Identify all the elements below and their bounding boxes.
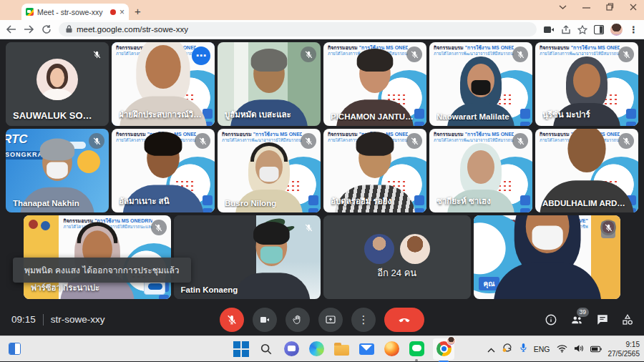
search-button[interactable] bbox=[258, 341, 275, 358]
participant-left-toast: พุมพนิด คงแสง ได้ออกจากการประชุมแล้ว bbox=[13, 258, 191, 283]
reload-button[interactable] bbox=[42, 24, 52, 34]
present-screen-button[interactable] bbox=[318, 308, 343, 332]
chrome-profile-badge bbox=[447, 336, 456, 346]
recording-indicator-dot bbox=[110, 9, 116, 15]
participant-tile[interactable]: กิจกรรมอบรม "การใช้งาน MS ONEDRIVE"ภายใต… bbox=[474, 215, 621, 299]
avatar bbox=[364, 234, 394, 264]
new-tab-button[interactable]: + bbox=[135, 5, 141, 18]
microphone-in-use-icon[interactable] bbox=[519, 343, 527, 356]
line-app-icon[interactable] bbox=[408, 341, 425, 358]
meet-control-bar: 09:15 str-sowe-xxy ⋮ 39 bbox=[0, 303, 644, 336]
onedrive-sync-icon[interactable] bbox=[502, 343, 513, 356]
tab-close-icon[interactable]: × bbox=[119, 8, 125, 16]
participant-tile[interactable]: กิจกรรมอบรม "การใช้งาน MS ONEDRIVE"ภายใต… bbox=[218, 129, 321, 212]
mic-muted-icon bbox=[151, 220, 167, 235]
mic-muted-icon bbox=[512, 133, 528, 149]
window-close-button[interactable] bbox=[630, 4, 637, 11]
language-indicator[interactable]: ENG bbox=[534, 345, 550, 353]
mic-toggle-button[interactable] bbox=[220, 308, 244, 332]
meeting-clock: 09:15 bbox=[11, 314, 36, 325]
leave-call-button[interactable] bbox=[384, 308, 424, 332]
raise-hand-button[interactable] bbox=[286, 308, 310, 332]
participant-name: Fatin Konaeng bbox=[181, 285, 238, 294]
participant-name: นุรีซัน มะปาร์ bbox=[542, 108, 590, 121]
participant-tile[interactable]: กิจกรรมอบรม "การใช้งาน MS ONEDRIVE"ภายใต… bbox=[6, 129, 109, 212]
meeting-details-button[interactable] bbox=[545, 313, 557, 326]
tile-more-options-button[interactable]: ⋯ bbox=[192, 47, 210, 65]
side-panel-icon[interactable] bbox=[594, 25, 604, 34]
tray-chevron-icon[interactable] bbox=[487, 343, 495, 356]
participant-name: PICHAMON JANTUROS bbox=[331, 112, 416, 121]
participant-tile[interactable]: กิจกรรมอบรม "การใช้งาน MS ONEDRIVE"ภายใต… bbox=[6, 42, 109, 126]
camera-in-use-icon[interactable] bbox=[544, 26, 555, 34]
address-bar[interactable]: meet.google.com/str-sowe-xxy bbox=[59, 22, 537, 36]
more-options-button[interactable]: ⋮ bbox=[351, 308, 376, 332]
people-panel-button[interactable]: 39 bbox=[570, 313, 584, 326]
mic-muted-icon bbox=[195, 133, 210, 149]
tab-title: Meet - str-sowe-xxy bbox=[37, 8, 107, 16]
participant-tile[interactable]: กิจกรรมอบรม "การใช้งาน MS ONEDRIVE"ภายใต… bbox=[323, 129, 426, 212]
mic-muted-icon bbox=[406, 47, 422, 62]
more-participants-avatars bbox=[323, 234, 471, 264]
wifi-icon[interactable] bbox=[557, 343, 567, 356]
participant-tile[interactable]: กิจกรรมอบรม "การใช้งาน MS ONEDRIVE"ภายใต… bbox=[535, 129, 638, 212]
meet-video-grid: กิจกรรมอบรม "การใช้งาน MS ONEDRIVE"ภายใต… bbox=[0, 39, 644, 303]
avatar bbox=[400, 234, 430, 264]
tab-search-chevron-icon[interactable] bbox=[559, 4, 567, 10]
firefox-icon[interactable] bbox=[383, 341, 400, 358]
share-icon[interactable] bbox=[561, 25, 571, 34]
start-button[interactable] bbox=[233, 341, 250, 358]
participant-name: ฝ่ายฝึกประสบการณ์วิชาชี... bbox=[119, 108, 205, 121]
profile-avatar[interactable] bbox=[610, 24, 623, 36]
window-minimize-button[interactable] bbox=[582, 4, 590, 10]
participant-name: ABDULHALIM ARDAE bbox=[542, 199, 628, 207]
profile-photo-avatar bbox=[36, 59, 78, 100]
mic-muted-icon bbox=[301, 47, 316, 62]
mail-app-icon[interactable] bbox=[358, 341, 375, 358]
participant-tile[interactable]: กิจกรรมอบรม "การใช้งาน MS ONEDRIVE"ภายใต… bbox=[429, 129, 532, 212]
participant-name: อีก 24 คน bbox=[377, 265, 416, 280]
participant-tile[interactable]: กิจกรรมอบรม "การใช้งาน MS ONEDRIVE"ภายใต… bbox=[535, 42, 638, 126]
participant-tile[interactable]: กิจกรรมอบรม "การใช้งาน MS ONEDRIVE"ภายใต… bbox=[323, 42, 426, 126]
participant-tile[interactable]: กิจกรรมอบรม "การใช้งาน MS ONEDRIVE"ภายใต… bbox=[323, 215, 471, 299]
participant-name: Thanapat Nakhin bbox=[13, 199, 79, 207]
edge-browser-icon[interactable] bbox=[308, 341, 325, 358]
mic-muted-icon bbox=[301, 133, 316, 149]
forward-button[interactable] bbox=[24, 25, 34, 34]
participants-grid-row: กิจกรรมอบรม "การใช้งาน MS ONEDRIVE"ภายใต… bbox=[0, 129, 644, 212]
volume-icon[interactable] bbox=[574, 343, 584, 356]
browser-toolbar: meet.google.com/str-sowe-xxy ⋮ bbox=[0, 20, 644, 39]
participant-tile[interactable]: กิจกรรมอบรม "การใช้งาน MS ONEDRIVE"ภายใต… bbox=[218, 42, 321, 126]
mic-muted-icon bbox=[406, 133, 422, 149]
participant-count-badge: 39 bbox=[577, 308, 589, 317]
browser-tab[interactable]: Meet - str-sowe-xxy × bbox=[21, 4, 129, 20]
lock-icon bbox=[66, 23, 72, 36]
browser-menu-button[interactable]: ⋮ bbox=[629, 24, 638, 35]
back-button[interactable] bbox=[6, 25, 16, 34]
participant-tile[interactable]: กิจกรรมอบรม "การใช้งาน MS ONEDRIVE"ภายใต… bbox=[112, 42, 215, 126]
participant-tile[interactable]: กิจกรรมอบรม "การใช้งาน MS ONEDRIVE"ภายใต… bbox=[112, 129, 215, 212]
browser-tab-strip: Meet - str-sowe-xxy × + bbox=[0, 0, 644, 20]
participant-name: บูฮัมหมัด เบสะและ bbox=[225, 108, 291, 121]
chat-panel-button[interactable] bbox=[596, 313, 609, 326]
battery-icon[interactable] bbox=[590, 343, 602, 356]
participant-tile[interactable]: กิจกรรมอบรม "การใช้งาน MS ONEDRIVE"ภายใต… bbox=[429, 42, 532, 126]
desktop-screen: Meet - str-sowe-xxy × + meet.google.com/… bbox=[0, 0, 644, 362]
participant-name: Busro Nilong bbox=[225, 199, 276, 207]
windows-taskbar: ENG 9:1527/5/2565 bbox=[0, 336, 644, 361]
chat-app-icon[interactable] bbox=[283, 341, 300, 358]
mic-muted-icon bbox=[512, 47, 528, 62]
window-restore-button[interactable] bbox=[606, 3, 614, 11]
chrome-icon-active[interactable] bbox=[433, 338, 454, 360]
participant-tile[interactable]: กิจกรรมอบรม "การใช้งาน MS ONEDRIVE"ภายใต… bbox=[174, 215, 321, 299]
divider bbox=[43, 314, 44, 326]
bookmark-star-icon[interactable] bbox=[577, 25, 587, 34]
camera-toggle-button[interactable] bbox=[253, 308, 277, 332]
widgets-button[interactable] bbox=[9, 343, 21, 355]
meet-favicon bbox=[26, 8, 34, 16]
url-text: meet.google.com/str-sowe-xxy bbox=[77, 25, 188, 34]
activities-button[interactable] bbox=[621, 313, 634, 326]
mic-muted-icon bbox=[89, 133, 104, 149]
file-explorer-icon[interactable] bbox=[333, 341, 350, 358]
system-clock[interactable]: 9:1527/5/2565 bbox=[608, 340, 640, 358]
